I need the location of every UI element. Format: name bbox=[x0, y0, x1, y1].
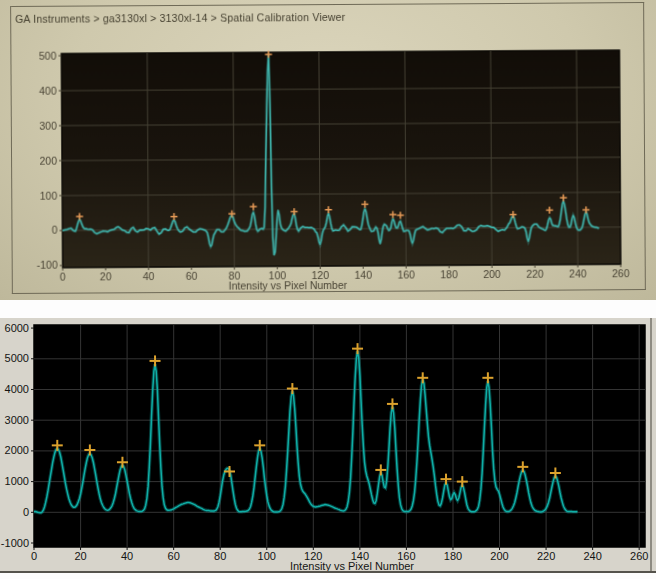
screenshot-root: GA Instruments > ga3130xl > 3130xl-14 > … bbox=[0, 0, 656, 579]
x-tick-label: 60 bbox=[168, 550, 180, 562]
x-tick-label: 220 bbox=[526, 268, 544, 280]
x-tick-label: 180 bbox=[444, 550, 462, 562]
x-tick-label: 40 bbox=[121, 550, 133, 562]
y-tick-label: 4000 bbox=[5, 383, 29, 395]
y-tick-label: 0 bbox=[23, 506, 29, 518]
spatial-calibration-chart: 0204060801001201401601802002202402606000… bbox=[0, 318, 656, 573]
panel-right-border bbox=[650, 318, 652, 573]
x-tick-label: 20 bbox=[100, 270, 112, 282]
y-tick-label: -100 bbox=[37, 259, 58, 271]
x-tick-label: 200 bbox=[483, 268, 501, 280]
y-tick-label: 3000 bbox=[5, 414, 29, 426]
y-tick-label: 6000 bbox=[5, 322, 29, 334]
x-tick-label: 260 bbox=[612, 267, 630, 279]
x-tick-label: 260 bbox=[630, 550, 648, 562]
screenshot-panel: 0204060801001201401601802002202402606000… bbox=[0, 318, 656, 573]
y-tick-label: 200 bbox=[39, 154, 57, 166]
x-tick-label: 180 bbox=[440, 268, 458, 280]
y-tick-label: 1000 bbox=[5, 475, 29, 487]
y-tick-label: 500 bbox=[39, 49, 57, 61]
plot-area bbox=[34, 325, 645, 547]
y-tick-label: 0 bbox=[52, 224, 58, 236]
y-tick-label: 5000 bbox=[5, 352, 29, 364]
photo-tilt-wrapper: GA Instruments > ga3130xl > 3130xl-14 > … bbox=[0, 0, 656, 300]
x-tick-label: 200 bbox=[490, 550, 508, 562]
x-tick-label: 240 bbox=[583, 550, 601, 562]
axis-label: Intensity vs Pixel Number bbox=[229, 279, 348, 292]
x-tick-label: 20 bbox=[74, 550, 86, 562]
x-tick-label: 60 bbox=[186, 270, 198, 282]
photographed-screen-panel: GA Instruments > ga3130xl > 3130xl-14 > … bbox=[0, 0, 656, 300]
y-tick-label: 300 bbox=[39, 119, 57, 131]
panel-bottom-border bbox=[0, 571, 656, 573]
x-tick-label: 0 bbox=[60, 271, 66, 283]
x-tick-label: 80 bbox=[214, 550, 226, 562]
spatial-calibration-chart-photo: 0204060801001201401601802002202402605004… bbox=[0, 0, 656, 300]
x-tick-label: 100 bbox=[258, 550, 276, 562]
x-tick-label: 0 bbox=[31, 550, 37, 562]
y-tick-label: 400 bbox=[39, 84, 57, 96]
x-tick-label: 40 bbox=[143, 270, 155, 282]
y-tick-label: 2000 bbox=[5, 444, 29, 456]
x-tick-label: 140 bbox=[354, 269, 372, 281]
y-tick-label: 100 bbox=[40, 189, 58, 201]
x-tick-label: 240 bbox=[569, 267, 587, 279]
y-tick-label: -1000 bbox=[1, 537, 29, 549]
x-tick-label: 220 bbox=[537, 550, 555, 562]
x-tick-label: 160 bbox=[397, 268, 415, 280]
